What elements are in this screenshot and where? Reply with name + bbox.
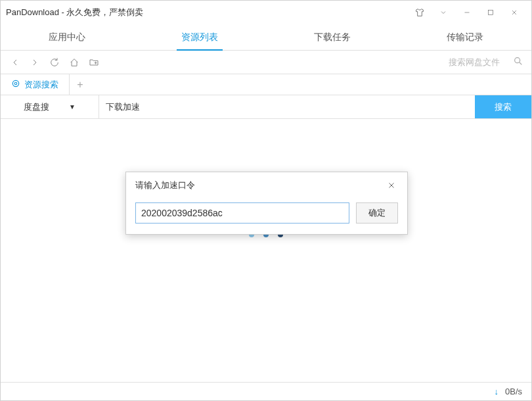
pan-search-input[interactable] — [449, 57, 508, 67]
target-icon — [11, 79, 20, 90]
tab-download-tasks[interactable]: 下载任务 — [266, 24, 399, 50]
engine-select[interactable]: 度盘搜 ▼ — [1, 95, 99, 118]
statusbar: ↓ 0B/s — [1, 382, 531, 400]
tab-label: 应用中心 — [49, 32, 85, 43]
chevron-down-icon: ▼ — [69, 103, 76, 110]
close-button[interactable] — [502, 3, 526, 22]
window-title: PanDownload - 永久免费，严禁倒卖 — [6, 7, 408, 18]
minimize-button[interactable] — [455, 3, 479, 22]
confirm-label: 确定 — [368, 208, 386, 218]
search-button[interactable]: 搜索 — [475, 95, 531, 118]
new-folder-button[interactable] — [86, 55, 102, 70]
add-tab-button[interactable]: + — [70, 74, 91, 95]
titlebar: PanDownload - 永久免费，严禁倒卖 — [1, 1, 531, 24]
dialog-close-button[interactable] — [385, 179, 398, 192]
dropdown-icon[interactable] — [432, 3, 455, 22]
engine-label: 度盘搜 — [24, 101, 49, 113]
dialog-confirm-button[interactable]: 确定 — [356, 202, 398, 224]
tab-label: 下载任务 — [314, 32, 351, 43]
toolbar — [1, 51, 531, 74]
search-button-label: 搜索 — [495, 101, 512, 113]
theme-icon[interactable] — [408, 3, 432, 22]
tab-resource-list[interactable]: 资源列表 — [133, 24, 266, 50]
keyword-input[interactable] — [106, 102, 468, 112]
content-area: 请输入加速口令 确定 — [1, 119, 531, 383]
svg-point-6 — [515, 57, 520, 62]
subtab-label: 资源搜索 — [24, 79, 58, 91]
accelerate-dialog: 请输入加速口令 确定 — [125, 172, 408, 235]
home-button[interactable] — [66, 55, 82, 70]
back-button[interactable] — [7, 55, 23, 70]
refresh-button[interactable] — [47, 55, 62, 70]
main-tabs: 应用中心 资源列表 下载任务 传输记录 — [1, 24, 531, 51]
tab-label: 资源列表 — [181, 32, 218, 43]
forward-button[interactable] — [27, 55, 43, 70]
svg-point-8 — [12, 80, 18, 86]
maximize-button[interactable] — [479, 3, 502, 22]
tab-label: 传输记录 — [447, 32, 483, 43]
subtabs: 资源搜索 + — [1, 74, 531, 95]
tab-transfer-log[interactable]: 传输记录 — [399, 24, 531, 50]
download-icon: ↓ — [494, 387, 499, 396]
dialog-input[interactable] — [135, 202, 349, 224]
tab-app-center[interactable]: 应用中心 — [1, 24, 133, 50]
search-row: 度盘搜 ▼ 搜索 — [1, 95, 531, 119]
subtab-resource-search[interactable]: 资源搜索 — [1, 74, 70, 95]
speed-label: 0B/s — [505, 387, 522, 396]
search-icon[interactable] — [513, 56, 523, 69]
svg-line-7 — [520, 62, 521, 64]
svg-point-9 — [14, 82, 17, 85]
svg-rect-1 — [489, 11, 493, 15]
dialog-title: 请输入加速口令 — [135, 179, 385, 191]
